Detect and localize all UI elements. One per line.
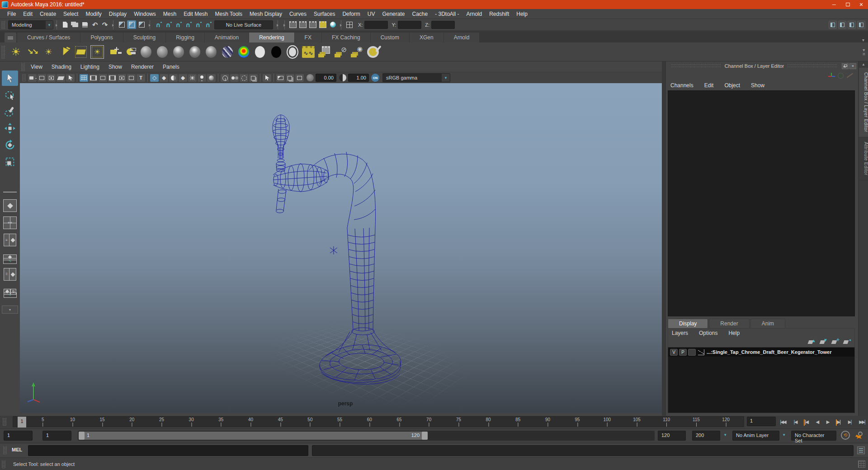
panel-menu-item[interactable]: Renderer — [127, 63, 158, 71]
menu-item[interactable]: Deform — [339, 9, 363, 19]
modeling-toolkit-toggle-icon[interactable] — [829, 21, 837, 29]
step-back-frame-button[interactable]: |◀ — [793, 418, 797, 425]
lambert-material-icon[interactable] — [156, 45, 169, 59]
channel-box-menu-item[interactable]: Object — [724, 81, 745, 89]
drag-handle[interactable] — [21, 63, 25, 71]
shaded-mode-icon[interactable] — [160, 74, 168, 82]
play-backwards-button[interactable]: ◀ — [816, 418, 819, 425]
shelf-options-icon[interactable]: ▾ ≡ — [863, 48, 865, 56]
hypershade-persp-layout-button[interactable]: ⠿ — [1, 267, 19, 282]
use-background-icon[interactable] — [269, 45, 283, 59]
shelf-tab[interactable]: Curves / Surfaces — [17, 33, 80, 42]
directional-light-icon[interactable] — [25, 45, 39, 59]
gamma-field[interactable]: 1.00 — [348, 74, 369, 82]
snap-grid-icon[interactable]: ∩ — [154, 20, 163, 29]
menu-item[interactable]: Display — [105, 9, 130, 19]
single-pane-layout-button[interactable] — [1, 198, 19, 213]
ambient-light-icon[interactable] — [42, 45, 55, 59]
menu-item[interactable]: Arnold — [463, 9, 486, 19]
group-separator[interactable] — [340, 20, 343, 29]
isolate-select-icon[interactable] — [221, 74, 229, 82]
ipr-render-icon[interactable] — [308, 20, 317, 29]
surface-shader-icon[interactable] — [253, 45, 267, 59]
render-settings-shelf-icon[interactable] — [302, 46, 315, 58]
select-component-icon[interactable] — [137, 20, 146, 29]
drag-handle[interactable] — [1, 21, 5, 29]
paint-effects-icon[interactable] — [366, 45, 380, 59]
menu-item[interactable]: Cache — [408, 9, 431, 19]
shelf-tab[interactable]: Arnold — [444, 33, 480, 42]
menu-item[interactable]: File — [4, 9, 19, 19]
shelf-tab[interactable]: Rigging — [166, 33, 205, 42]
menu-item[interactable]: UV — [364, 9, 379, 19]
close-panel-icon[interactable]: × — [849, 63, 856, 69]
point-light-icon[interactable] — [9, 45, 23, 59]
drag-handle[interactable] — [22, 74, 26, 81]
sidebar-tab[interactable]: Channel Box / Layer Editor — [859, 68, 868, 137]
select-tool[interactable] — [2, 70, 18, 86]
float-panel-icon[interactable] — [842, 63, 849, 69]
resolution-gate-icon[interactable] — [99, 74, 107, 82]
shelf-tab[interactable]: Animation — [205, 33, 249, 42]
layer-editor-menu-item[interactable]: Layers — [672, 329, 693, 337]
tool-settings-toggle-icon[interactable] — [848, 21, 856, 29]
safe-title-icon[interactable] — [127, 74, 136, 82]
render-current-frame-icon[interactable] — [298, 20, 307, 29]
blinn-material-icon[interactable] — [172, 45, 185, 59]
chevron-down-icon[interactable]: ▾ — [46, 21, 53, 29]
viewport-canvas[interactable]: persp — [20, 83, 662, 413]
view-transform-dropdown[interactable]: sRGB gamma ▾ — [382, 73, 450, 82]
chevron-up-icon[interactable]: ▲ — [859, 61, 868, 68]
gate-mask-icon[interactable] — [108, 74, 117, 82]
chevron-down-icon[interactable]: ▾ — [783, 432, 785, 437]
use-all-lights-icon[interactable] — [188, 74, 197, 82]
shelf-tab[interactable]: FX Caching — [322, 33, 371, 42]
batch-render-icon[interactable] — [334, 45, 347, 59]
create-empty-layer-icon[interactable] — [831, 339, 839, 345]
menu-item[interactable]: - 3DtoAll - — [431, 9, 462, 19]
character-set-field[interactable]: No Character Set — [791, 431, 836, 441]
step-forward-frame-button[interactable]: ▶| — [848, 418, 852, 425]
layer-editor-tab[interactable]: Display — [668, 319, 708, 328]
shelf-overflow-icon[interactable]: ▾ — [859, 38, 868, 42]
playback-end-field[interactable]: 120 — [658, 431, 686, 441]
grid-layout-icon[interactable] — [858, 461, 865, 468]
current-frame-marker[interactable]: 1 — [18, 417, 26, 428]
layer-editor-menu-item[interactable]: Options — [699, 329, 723, 337]
menu-set-selector[interactable]: Modeling ▾ — [8, 20, 53, 29]
layer-editor-tab[interactable]: Anim — [750, 319, 785, 328]
layered-shader-icon[interactable] — [221, 45, 234, 59]
anim-layer-field[interactable]: No Anim Layer — [732, 431, 779, 441]
film-gate-icon[interactable] — [89, 74, 98, 82]
hypershade-icon[interactable] — [317, 45, 331, 59]
layer-visible-toggle[interactable]: V — [670, 349, 678, 356]
x-input[interactable] — [364, 21, 388, 29]
redo-icon[interactable]: ↷ — [100, 20, 109, 29]
minimize-button[interactable]: ─ — [827, 0, 841, 9]
hypershade-sphere-icon[interactable] — [328, 20, 337, 29]
group-separator[interactable] — [148, 20, 151, 29]
menu-item[interactable]: Windows — [130, 9, 160, 19]
time-slider[interactable]: 1 51015202530354045505560657075808590951… — [13, 416, 744, 427]
menu-item[interactable]: Select — [60, 9, 82, 19]
gamma-icon[interactable] — [339, 74, 346, 81]
command-input[interactable] — [28, 445, 308, 456]
swap-buffer-icon[interactable] — [276, 74, 285, 82]
layer-playback-toggle[interactable]: P — [679, 349, 687, 356]
save-scene-icon[interactable] — [80, 20, 90, 29]
lasso-tool[interactable] — [2, 87, 18, 103]
light-linking-icon[interactable] — [123, 45, 137, 59]
render-view-icon[interactable] — [288, 20, 297, 29]
drag-handle[interactable] — [3, 418, 6, 426]
menu-item[interactable]: Curves — [286, 9, 310, 19]
y-input[interactable] — [398, 21, 421, 29]
panel-menu-item[interactable]: Lighting — [76, 63, 104, 71]
phong-material-icon[interactable] — [188, 45, 202, 59]
phonge-material-icon[interactable] — [204, 45, 218, 59]
drag-handle[interactable] — [2, 460, 5, 468]
chevron-down-icon[interactable]: ▾ — [724, 432, 726, 437]
maximize-button[interactable] — [841, 0, 854, 9]
shelf-tab[interactable]: Polygons — [80, 33, 123, 42]
drag-handle[interactable] — [3, 446, 7, 454]
menu-item[interactable]: Help — [513, 9, 531, 19]
